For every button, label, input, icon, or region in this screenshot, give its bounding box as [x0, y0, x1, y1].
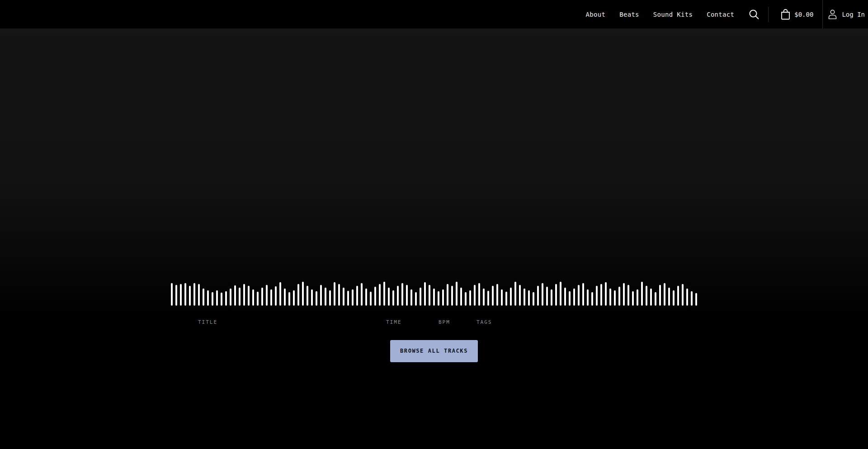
waveform-bar [248, 286, 250, 306]
waveform-bar [180, 284, 182, 306]
waveform-bar [203, 288, 204, 306]
waveform-bar [677, 286, 679, 306]
waveform-bar [668, 288, 670, 306]
waveform-bar [519, 285, 521, 306]
waveform-bar [555, 284, 557, 306]
nav-link-contact[interactable]: Contact [707, 11, 734, 18]
waveform-bar [641, 282, 643, 306]
waveform-bar [474, 285, 476, 306]
nav-link-beats[interactable]: Beats [619, 11, 639, 18]
waveform-bar [401, 283, 403, 306]
waveform-bar [691, 291, 693, 306]
waveform-bar [397, 286, 399, 306]
waveform-bar [410, 289, 412, 306]
waveform-bar [573, 288, 575, 306]
waveform-bar [627, 285, 629, 306]
waveform-bar [492, 286, 494, 306]
waveform-bar [646, 286, 647, 306]
waveform-bar [257, 292, 259, 306]
waveform-bar [695, 293, 697, 306]
waveform-bar [659, 285, 661, 306]
waveform-bar [429, 285, 430, 306]
browse-all-tracks-button[interactable]: BROWSE ALL TRACKS [390, 340, 478, 362]
waveform-bar [275, 286, 277, 306]
login-button[interactable]: Log In [828, 9, 865, 19]
waveform-bar [650, 288, 652, 306]
waveform[interactable] [171, 282, 697, 306]
waveform-bar [347, 291, 349, 306]
waveform-bar [537, 286, 539, 306]
waveform-bar [171, 283, 173, 306]
user-icon [828, 9, 837, 19]
waveform-bar [252, 289, 254, 306]
waveform-bar [442, 289, 444, 306]
login-label: Log In [842, 11, 865, 18]
waveform-bar [225, 291, 227, 306]
browse-button-container: BROWSE ALL TRACKS [0, 340, 868, 362]
waveform-bar [483, 288, 485, 306]
waveform-bar [374, 287, 376, 306]
waveform-bar [514, 282, 516, 306]
waveform-bar [478, 283, 480, 306]
waveform-bar [623, 283, 625, 306]
waveform-bar [316, 291, 317, 306]
column-header-title: TITLE [198, 319, 217, 325]
nav-divider [822, 0, 823, 28]
waveform-bar [361, 283, 363, 306]
waveform-bar [578, 285, 580, 306]
waveform-bar [198, 284, 200, 306]
waveform-bar [216, 290, 218, 306]
waveform-bar [542, 283, 543, 306]
waveform-bar [605, 282, 607, 306]
waveform-bar [415, 292, 417, 306]
shopping-bag-icon [780, 9, 791, 20]
waveform-bar [591, 292, 593, 306]
waveform-bar [546, 287, 548, 306]
waveform-bar [632, 291, 634, 306]
waveform-bar [686, 288, 688, 306]
waveform-bar [609, 288, 611, 306]
waveform-bar [560, 282, 561, 306]
waveform-bar [329, 290, 331, 306]
waveform-bar [279, 282, 281, 306]
waveform-bar [460, 288, 462, 306]
waveform-bar [600, 284, 602, 306]
waveform-bar [297, 284, 299, 306]
waveform-bar [261, 288, 263, 306]
hero-section: TITLE TIME BPM TAGS BROWSE ALL TRACKS [0, 28, 868, 449]
waveform-bar [388, 288, 390, 306]
waveform-bar [221, 293, 222, 306]
waveform-bar [451, 286, 453, 306]
track-list-header-row: TITLE TIME BPM TAGS [171, 319, 697, 326]
waveform-bar [320, 285, 322, 306]
waveform-bar [230, 288, 231, 306]
waveform-bar [189, 286, 191, 306]
waveform-bar [234, 285, 236, 306]
waveform-bar [655, 292, 656, 306]
search-icon[interactable] [748, 9, 760, 20]
waveform-bar [569, 291, 571, 306]
waveform-bar [596, 286, 598, 306]
waveform-bar [311, 289, 313, 306]
waveform-bar [406, 285, 408, 306]
waveform-bar [456, 282, 458, 306]
waveform-bar [365, 288, 367, 306]
waveform-bar [184, 283, 186, 306]
waveform-bar [293, 290, 295, 306]
nav-divider [768, 7, 769, 22]
waveform-bar [284, 288, 286, 306]
top-navigation: About Beats Sound Kits Contact $0.00 Log… [0, 0, 868, 28]
column-header-bpm: BPM [439, 319, 450, 325]
waveform-bar [207, 290, 209, 306]
waveform-bar [664, 283, 665, 306]
nav-link-about[interactable]: About [586, 11, 606, 18]
waveform-bar [352, 289, 354, 306]
nav-link-sound-kits[interactable]: Sound Kits [653, 11, 693, 18]
waveform-bar [175, 285, 177, 306]
waveform-bar [510, 288, 512, 306]
waveform-bar [193, 283, 195, 306]
waveform-bar [582, 283, 584, 306]
column-header-tags: TAGS [476, 319, 492, 325]
waveform-bar [338, 284, 340, 306]
cart-button[interactable]: $0.00 [780, 9, 813, 20]
